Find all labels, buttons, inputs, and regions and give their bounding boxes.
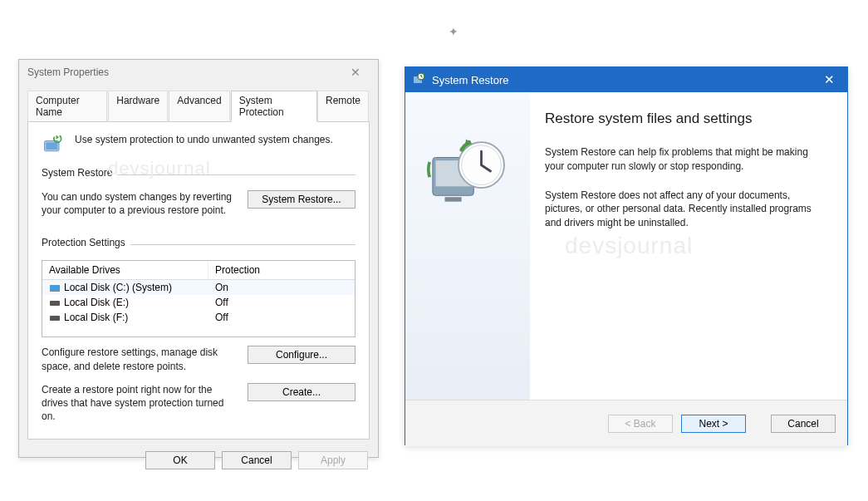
wizard-sidebar [405,92,530,400]
restore-icon [412,72,425,88]
section-title-protection: Protection Settings [42,237,125,252]
tab-strip: Computer Name Hardware Advanced System P… [27,90,370,122]
configure-description: Configure restore settings, manage disk … [42,346,236,372]
sysprops-titlebar[interactable]: System Properties ✕ [19,60,378,85]
wizard-heading: Restore system files and settings [545,111,827,127]
tab-body: Use system protection to undo unwanted s… [27,122,370,440]
sysprops-footer: OK Cancel Apply [19,446,378,478]
cancel-button[interactable]: Cancel [771,415,836,433]
tab-computer-name[interactable]: Computer Name [27,91,107,122]
ok-button[interactable]: OK [145,451,215,469]
tab-remote[interactable]: Remote [317,91,369,122]
table-row[interactable]: Local Disk (C:) (System) On [42,280,355,295]
create-button[interactable]: Create... [248,383,356,401]
next-button[interactable]: Next > [681,415,746,433]
system-restore-wizard: System Restore ✕ Restore system files an… [405,66,848,445]
system-drive-icon [49,283,61,292]
protection-status: Off [208,312,355,323]
decorative-sparkle-icon: ✦ [449,25,459,38]
configure-button[interactable]: Configure... [248,346,356,364]
tab-hardware[interactable]: Hardware [108,91,168,122]
table-row[interactable]: Local Disk (F:) Off [42,310,355,325]
drive-icon [49,313,61,322]
apply-button: Apply [298,451,368,469]
column-header-drives[interactable]: Available Drives [42,261,208,279]
create-description: Create a restore point right now for the… [42,383,236,424]
intro-text: Use system protection to undo unwanted s… [75,132,333,145]
drive-name: Local Disk (C:) (System) [64,282,172,293]
wizard-main: Restore system files and settings System… [530,92,847,400]
svg-rect-3 [50,285,60,290]
system-properties-window: System Properties ✕ Computer Name Hardwa… [18,59,379,458]
close-button[interactable]: ✕ [811,67,847,92]
close-button[interactable]: ✕ [341,63,370,81]
sysprops-title: System Properties [27,66,109,78]
restore-hero-icon [422,125,513,217]
cancel-button[interactable]: Cancel [222,451,292,469]
column-header-protection[interactable]: Protection [208,261,355,279]
wizard-paragraph-2: System Restore does not affect any of yo… [545,189,827,230]
drive-name: Local Disk (E:) [64,297,129,308]
restore-description: You can undo system changes by reverting… [42,190,236,217]
wizard-title: System Restore [432,74,508,86]
protection-status: Off [208,297,355,308]
svg-rect-1 [46,142,57,150]
table-row[interactable]: Local Disk (E:) Off [42,295,355,310]
close-icon: ✕ [824,72,835,87]
svg-rect-6 [50,316,60,321]
drive-icon [49,298,61,307]
system-restore-button[interactable]: System Restore... [248,190,356,209]
wizard-paragraph-1: System Restore can help fix problems tha… [545,145,827,174]
wizard-footer: < Back Next > Cancel [405,400,847,446]
wizard-titlebar[interactable]: System Restore ✕ [405,67,847,92]
drive-name: Local Disk (F:) [64,312,128,323]
protection-status: On [208,282,355,293]
svg-rect-11 [445,197,462,202]
section-title-restore: System Restore [42,167,112,182]
drives-table: Available Drives Protection Local Disk (… [42,260,356,337]
back-button: < Back [608,415,673,433]
svg-rect-4 [50,290,60,292]
svg-rect-5 [50,301,60,306]
system-protection-icon [42,132,65,155]
tab-advanced[interactable]: Advanced [169,91,229,122]
close-icon: ✕ [351,66,360,79]
tab-system-protection[interactable]: System Protection [231,91,317,122]
drives-list[interactable]: Local Disk (C:) (System) On Local Disk (… [42,280,355,336]
